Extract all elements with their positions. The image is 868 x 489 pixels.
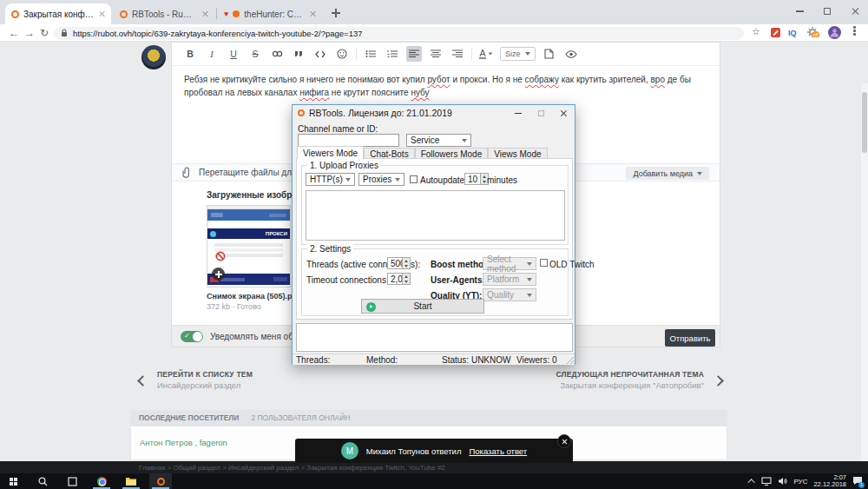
minimize-icon xyxy=(515,113,522,114)
toast-close-button[interactable] xyxy=(557,434,571,448)
tab-viewers-mode[interactable]: Viewers Mode xyxy=(297,146,364,159)
taskbar-chrome-button[interactable] xyxy=(90,473,113,489)
spinner-down-icon[interactable] xyxy=(404,281,408,283)
bold-button[interactable]: B xyxy=(182,46,198,62)
underline-button[interactable]: U xyxy=(226,46,241,62)
task-view-button[interactable] xyxy=(61,473,83,489)
protocol-value: HTTP(s) xyxy=(310,175,343,184)
taskbar-search-button[interactable] xyxy=(31,473,54,489)
visitor-link[interactable]: Антон Петров xyxy=(140,438,193,447)
notify-toggle[interactable]: ✓ xyxy=(181,331,203,342)
old-twitch-checkbox[interactable] xyxy=(540,259,548,267)
quality-select[interactable]: Quality xyxy=(483,288,536,301)
bullet-list-icon xyxy=(365,50,376,58)
proxy-protocol-select[interactable]: HTTP(s) xyxy=(306,173,355,186)
language-indicator[interactable]: РУС xyxy=(793,478,807,486)
tab-close-icon[interactable] xyxy=(98,10,105,17)
task-view-icon xyxy=(68,477,77,486)
align-right-button[interactable] xyxy=(450,46,465,62)
spinner-down-icon[interactable] xyxy=(483,181,486,183)
browser-menu-button[interactable] xyxy=(853,26,856,36)
next-topic-link[interactable]: СЛЕДУЮЩАЯ НЕПРОЧИТАННАЯ ТЕМА Закрытая ко… xyxy=(556,370,722,390)
spinner-up-icon[interactable] xyxy=(404,275,408,278)
user-agents-select[interactable]: Platform xyxy=(483,273,536,286)
breadcrumb[interactable]: Главная > Общий раздел > Инсайдерский ра… xyxy=(139,464,445,472)
emoji-button[interactable] xyxy=(334,46,350,62)
show-reply-link[interactable]: Показать ответ xyxy=(469,446,527,456)
spinner-down-icon[interactable] xyxy=(404,265,408,268)
align-center-button[interactable] xyxy=(428,46,444,62)
tab-close-icon[interactable] xyxy=(309,10,316,17)
page-scrollbar[interactable] xyxy=(861,83,868,461)
align-left-button[interactable] xyxy=(406,46,422,62)
code-button[interactable] xyxy=(312,46,328,62)
resize-grip[interactable] xyxy=(567,357,574,364)
boost-method-select[interactable]: Select method xyxy=(483,257,536,270)
log-textarea[interactable] xyxy=(296,323,573,352)
strikethrough-button[interactable]: S xyxy=(247,46,263,62)
submit-button[interactable]: Отправить xyxy=(665,329,715,347)
window-maximize-button[interactable] xyxy=(814,0,840,23)
attachment-thumbnail[interactable]: ПРОКСИ xyxy=(207,205,291,287)
browser-tab-3[interactable]: ♥ theHunter: Call of the Wild # xyxy=(218,3,322,24)
add-media-button[interactable]: Добавить медиа xyxy=(626,167,709,180)
iq-extension-icon[interactable]: IQ xyxy=(788,29,797,37)
font-size-select[interactable]: Size xyxy=(500,47,536,61)
tray-expand-icon[interactable] xyxy=(748,479,755,486)
address-bar[interactable]: https://rubot.ovh/topic/639-zakrytaya-ko… xyxy=(54,27,744,40)
link-button[interactable] xyxy=(269,46,285,62)
taskbar-explorer-button[interactable] xyxy=(120,473,142,489)
browser-tab-1[interactable]: Закрытая конференция Twitch, xyxy=(5,3,111,24)
taskbar-rbtools-button[interactable] xyxy=(149,473,172,489)
bullet-list-button[interactable] xyxy=(363,46,378,62)
dialog-maximize-button[interactable] xyxy=(529,105,552,121)
timeout-spinner[interactable]: 2,0 xyxy=(387,273,411,285)
prev-topic-link[interactable]: ПЕРЕЙТИ К СПИСКУ ТЕМ Инсайдерский раздел xyxy=(139,370,253,390)
dialog-minimize-button[interactable] xyxy=(507,105,529,121)
speaker-icon[interactable] xyxy=(778,477,787,486)
start-button[interactable]: Start xyxy=(361,299,484,314)
taskbar-clock[interactable]: 2:07 22.12.2018 xyxy=(813,474,846,488)
window-close-button[interactable] xyxy=(842,0,868,23)
italic-button[interactable]: I xyxy=(204,46,220,62)
align-left-icon xyxy=(409,50,419,58)
proxy-list-textarea[interactable] xyxy=(306,190,565,241)
numbered-list-button[interactable] xyxy=(385,46,400,62)
add-more-images-button[interactable] xyxy=(212,268,225,281)
autoupdate-checkbox[interactable] xyxy=(410,175,418,183)
new-tab-button[interactable] xyxy=(330,7,342,19)
rbtools-tabs: Viewers Mode Chat-Bots Followers Mode Vi… xyxy=(297,146,548,159)
spinner-up-icon[interactable] xyxy=(404,260,408,262)
interval-spinner[interactable]: 10 xyxy=(464,173,489,185)
minimize-icon xyxy=(796,10,804,12)
source-view-button[interactable] xyxy=(542,46,557,62)
tab-close-icon[interactable] xyxy=(201,10,208,17)
dialog-close-button[interactable] xyxy=(552,105,575,121)
scrollbar-thumb[interactable] xyxy=(862,92,867,153)
channel-input[interactable] xyxy=(298,134,399,147)
toast-avatar: M xyxy=(341,442,358,459)
proxy-source-select[interactable]: Proxies xyxy=(358,173,404,186)
preview-button[interactable] xyxy=(563,46,579,62)
visitor-link[interactable]: fageron xyxy=(200,438,227,447)
service-select[interactable]: Service xyxy=(406,134,471,147)
browser-tab-2[interactable]: RBTools - RuBot.OVH - Накрутка xyxy=(114,3,214,24)
window-minimize-button[interactable] xyxy=(786,0,812,23)
text-color-button[interactable]: A xyxy=(478,46,494,62)
forward-button[interactable]: → xyxy=(24,27,35,39)
adblock-extension-icon[interactable] xyxy=(771,28,780,37)
notification-center-button[interactable]: 1 xyxy=(852,476,863,487)
network-icon[interactable] xyxy=(761,477,772,486)
chevron-right-icon xyxy=(713,375,724,387)
start-button[interactable] xyxy=(2,473,24,489)
threads-spinner[interactable]: 500 xyxy=(387,257,411,269)
reply-toast[interactable]: M Михаил Топунов ответил Показать ответ xyxy=(295,439,573,463)
profile-avatar[interactable] xyxy=(828,26,841,39)
quote-button[interactable] xyxy=(291,46,306,62)
bookmark-star-icon[interactable]: ☆ xyxy=(752,26,760,37)
post-text[interactable]: Ребзя не критикуйте сильно я ничего не п… xyxy=(172,66,714,106)
back-button[interactable]: ← xyxy=(9,27,19,39)
spinner-up-icon[interactable] xyxy=(483,175,486,178)
gear-extension-icon[interactable]: off xyxy=(807,27,818,39)
reload-button[interactable]: ↻ xyxy=(40,27,49,39)
